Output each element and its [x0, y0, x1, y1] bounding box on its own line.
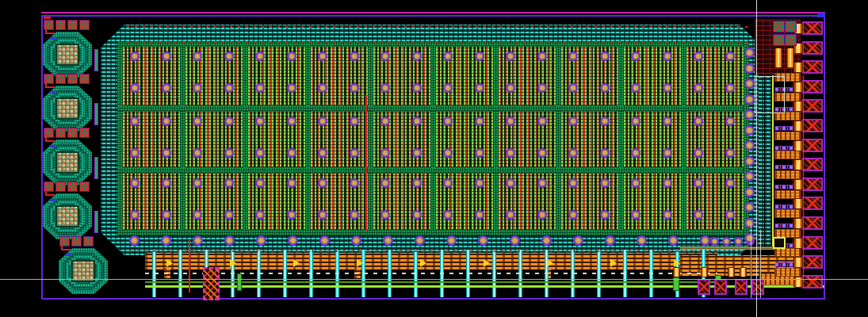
via-circle[interactable]: [475, 210, 484, 220]
io-xhatch-cell[interactable]: [802, 197, 823, 210]
via-circle[interactable]: [255, 116, 265, 126]
io-xhatch-cell[interactable]: [802, 139, 823, 152]
via-circle[interactable]: [694, 52, 703, 61]
via-stack-orange[interactable]: [793, 238, 803, 249]
pad-check-square[interactable]: [68, 128, 77, 137]
std-cell-block[interactable]: [311, 111, 368, 168]
via-circle[interactable]: [130, 148, 140, 158]
via-circle[interactable]: [568, 52, 578, 61]
via-circle[interactable]: [130, 52, 140, 61]
via-circle[interactable]: [694, 178, 703, 188]
via-circle[interactable]: [506, 148, 515, 158]
via-circle[interactable]: [318, 83, 327, 93]
via-circle[interactable]: [350, 116, 359, 126]
cell-column-separator[interactable]: [180, 42, 185, 235]
via-circle[interactable]: [288, 235, 298, 246]
via-circle[interactable]: [380, 116, 390, 126]
via-circle[interactable]: [350, 210, 359, 220]
via-circle[interactable]: [224, 83, 234, 93]
std-cell-block[interactable]: [499, 46, 556, 106]
std-cell-block[interactable]: [185, 111, 243, 168]
std-cell-block[interactable]: [373, 173, 430, 231]
via-circle[interactable]: [443, 116, 453, 126]
via-circle[interactable]: [350, 178, 359, 188]
check-square[interactable]: [786, 21, 796, 32]
via-circle[interactable]: [631, 178, 640, 188]
via-circle[interactable]: [725, 83, 735, 93]
via-circle[interactable]: [443, 52, 453, 61]
via-circle[interactable]: [129, 235, 140, 246]
via-circle[interactable]: [744, 218, 755, 228]
via-circle[interactable]: [162, 148, 171, 158]
via-circle[interactable]: [568, 178, 578, 188]
via-circle[interactable]: [600, 148, 610, 158]
pad-check-square[interactable]: [68, 74, 77, 83]
via-circle[interactable]: [744, 48, 755, 58]
via-circle[interactable]: [744, 156, 755, 166]
via-circle[interactable]: [694, 116, 703, 126]
via-circle[interactable]: [224, 52, 234, 61]
via-circle[interactable]: [725, 178, 735, 188]
xhatch-cell[interactable]: [735, 279, 748, 295]
std-cell-block[interactable]: [373, 111, 430, 168]
via-circle[interactable]: [537, 210, 547, 220]
std-cell-block[interactable]: [624, 173, 681, 231]
via-circle[interactable]: [506, 116, 515, 126]
orange-hatch-bar[interactable]: [774, 209, 801, 218]
via-circle[interactable]: [694, 83, 703, 93]
via-circle[interactable]: [725, 210, 735, 220]
via-circle[interactable]: [383, 235, 393, 246]
via-stack-orange[interactable]: [728, 267, 735, 277]
io-xhatch-cell[interactable]: [802, 216, 823, 230]
via-circle[interactable]: [380, 148, 390, 158]
std-cell-block[interactable]: [185, 173, 243, 231]
via-circle[interactable]: [663, 83, 672, 93]
std-cell-block[interactable]: [123, 173, 180, 231]
std-cell-block[interactable]: [123, 111, 180, 168]
via-stack-orange[interactable]: [793, 218, 803, 229]
via-circle[interactable]: [318, 116, 327, 126]
via-circle[interactable]: [380, 178, 390, 188]
check-square[interactable]: [786, 35, 796, 45]
via-circle[interactable]: [631, 83, 640, 93]
cell-column-separator[interactable]: [681, 42, 686, 235]
cell-column-separator[interactable]: [430, 42, 436, 235]
std-cell-block[interactable]: [561, 173, 618, 231]
cell-column-separator[interactable]: [556, 42, 561, 235]
io-xhatch-cell[interactable]: [802, 80, 823, 94]
via-circle[interactable]: [412, 52, 422, 61]
via-circle[interactable]: [744, 202, 755, 212]
via-circle[interactable]: [700, 235, 710, 246]
via-circle[interactable]: [443, 83, 453, 93]
pad-check-square[interactable]: [80, 74, 89, 83]
via-circle[interactable]: [350, 83, 359, 93]
pad-check-square[interactable]: [84, 237, 93, 246]
io-xhatch-cell[interactable]: [802, 275, 823, 288]
via-circle[interactable]: [568, 116, 578, 126]
via-circle[interactable]: [350, 148, 359, 158]
std-cell-block[interactable]: [436, 173, 493, 231]
via-circle[interactable]: [255, 52, 265, 61]
via-circle[interactable]: [744, 125, 755, 136]
via-circle[interactable]: [668, 235, 679, 246]
via-circle[interactable]: [256, 235, 266, 246]
via-circle[interactable]: [600, 116, 610, 126]
via-circle[interactable]: [568, 83, 578, 93]
via-circle[interactable]: [415, 235, 425, 246]
io-xhatch-cell[interactable]: [802, 236, 823, 250]
via-circle[interactable]: [287, 178, 296, 188]
via-circle[interactable]: [734, 237, 743, 246]
filler-xhatch-box[interactable]: [203, 267, 220, 300]
std-cell-block[interactable]: [561, 111, 618, 168]
std-cell-block[interactable]: [686, 46, 744, 106]
via-stack-orange[interactable]: [793, 198, 803, 209]
io-xhatch-cell[interactable]: [802, 99, 823, 113]
pad-check-square[interactable]: [68, 182, 77, 191]
cell-column-separator[interactable]: [618, 42, 624, 235]
via-circle[interactable]: [130, 210, 140, 220]
layout-canvas[interactable]: [0, 0, 868, 317]
via-circle[interactable]: [350, 52, 359, 61]
via-circle[interactable]: [255, 210, 265, 220]
via-stack-orange[interactable]: [793, 159, 803, 170]
std-cell-block[interactable]: [499, 111, 556, 168]
